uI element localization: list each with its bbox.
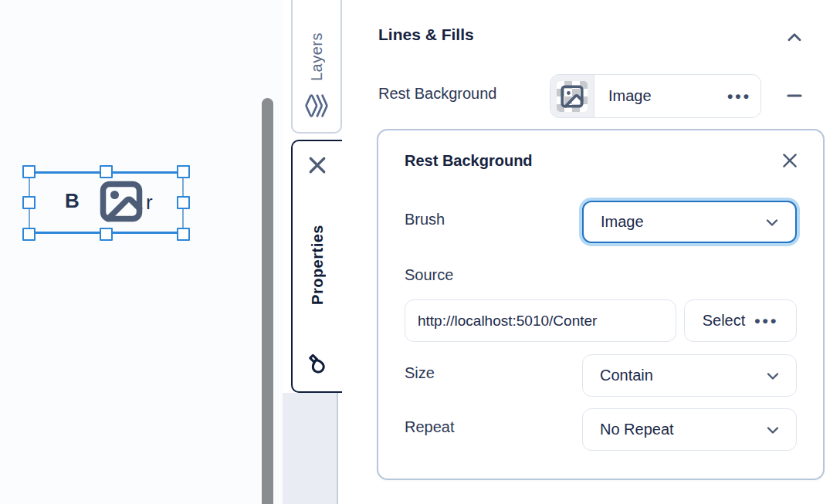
obscured-text-fragment-right: r xyxy=(146,191,153,215)
size-label: Size xyxy=(405,364,435,382)
repeat-label: Repeat xyxy=(405,418,455,436)
selection-handle-top-left[interactable] xyxy=(22,165,36,178)
rest-background-popup: Rest Background Brush Image Source Selec… xyxy=(377,129,825,480)
chevron-down-icon xyxy=(763,213,781,232)
chevron-down-icon xyxy=(764,367,782,385)
selection-handle-middle-right[interactable] xyxy=(177,196,190,209)
chevron-up-icon[interactable] xyxy=(784,28,804,48)
close-icon[interactable] xyxy=(306,154,329,177)
section-title-lines-and-fills: Lines & Fills xyxy=(378,25,474,44)
popup-title: Rest Background xyxy=(405,152,533,170)
brush-dropdown[interactable]: Image xyxy=(582,201,797,243)
tab-layers[interactable]: Layers xyxy=(291,0,342,134)
select-button[interactable]: Select ••• xyxy=(684,299,797,342)
repeat-dropdown-value: No Repeat xyxy=(600,421,674,438)
tab-strip-background xyxy=(283,393,338,504)
selection-handle-top-right[interactable] xyxy=(177,165,190,178)
select-button-label: Select xyxy=(703,312,746,330)
source-label: Source xyxy=(405,266,453,284)
selection-handle-bottom-left[interactable] xyxy=(22,228,36,241)
tab-layers-label: Layers xyxy=(308,32,326,81)
rest-background-value-button[interactable]: Image ••• xyxy=(550,74,761,118)
rest-background-value-label: Image xyxy=(608,87,652,105)
selection-handle-top-center[interactable] xyxy=(100,165,113,178)
repeat-dropdown[interactable]: No Repeat xyxy=(582,408,797,451)
tab-properties[interactable]: Properties xyxy=(291,140,342,393)
fill-thumbnail-cell xyxy=(550,75,594,117)
brush-dropdown-value: Image xyxy=(601,213,644,231)
selection-handle-middle-left[interactable] xyxy=(22,196,36,209)
selection-handle-bottom-right[interactable] xyxy=(177,228,190,241)
brush-label: Brush xyxy=(405,211,445,228)
selection-handle-bottom-center[interactable] xyxy=(100,228,113,241)
canvas-area[interactable]: B r xyxy=(0,0,283,504)
close-icon[interactable] xyxy=(780,151,800,171)
rest-background-row-label: Rest Background xyxy=(378,85,496,103)
size-dropdown-value: Contain xyxy=(600,367,653,384)
image-placeholder-icon[interactable] xyxy=(97,178,145,225)
vertical-scrollbar-thumb[interactable] xyxy=(262,98,273,504)
image-on-transparency-checker-icon xyxy=(557,81,588,112)
minus-icon[interactable] xyxy=(784,86,804,106)
layers-icon xyxy=(304,93,329,118)
chevron-down-icon xyxy=(764,421,782,439)
size-dropdown[interactable]: Contain xyxy=(582,354,797,397)
source-url-input[interactable] xyxy=(405,299,676,342)
obscured-text-fragment-left: B xyxy=(65,189,80,213)
paint-drop-icon xyxy=(306,353,329,376)
tab-properties-label: Properties xyxy=(309,225,327,305)
